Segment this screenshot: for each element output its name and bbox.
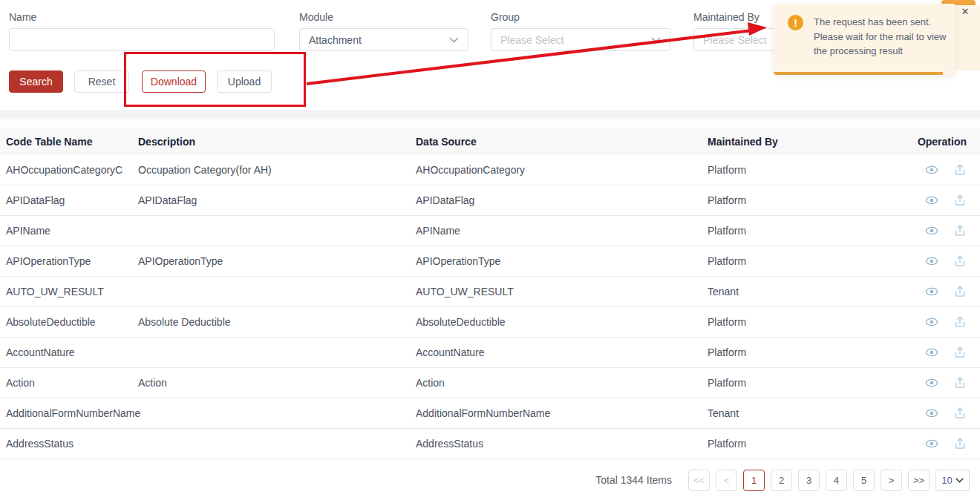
cell-data-source: AccountNature: [416, 346, 708, 358]
col-header-code-table-name: Code Table Name: [6, 136, 138, 148]
view-icon[interactable]: [925, 315, 938, 329]
table-header-row: Code Table Name Description Data Source …: [0, 128, 980, 155]
cell-description: Absolute Deductible: [138, 316, 416, 328]
table-row: APIDataFlag APIDataFlag APIDataFlag Plat…: [0, 185, 980, 216]
cell-code-table-name: Action: [6, 377, 138, 389]
table-body: AHOccupationCategoryC Occupation Categor…: [0, 155, 980, 459]
view-icon[interactable]: [925, 254, 938, 268]
cell-code-table-name: AddressStatus: [6, 438, 138, 450]
cell-maintained-by: Platform: [708, 438, 915, 450]
export-icon[interactable]: [953, 224, 967, 237]
col-header-data-source: Data Source: [416, 136, 708, 148]
cell-data-source: AUTO_UW_RESULT: [416, 286, 708, 297]
cell-data-source: AHOccupationCategory: [416, 164, 708, 176]
cell-code-table-name: AdditionalFormNumberName: [6, 407, 138, 419]
module-select-value: Attachment: [309, 34, 362, 46]
reset-button[interactable]: Reset: [74, 70, 129, 93]
cell-code-table-name: AccountNature: [6, 346, 138, 358]
group-filter-label: Group: [491, 11, 520, 23]
cell-maintained-by: Tenant: [708, 407, 915, 419]
section-divider: [0, 110, 980, 119]
export-icon[interactable]: [953, 163, 967, 177]
cell-data-source: AbsoluteDeductible: [416, 316, 708, 328]
group-select-placeholder: Please Select: [500, 34, 564, 46]
next-page-button[interactable]: >: [881, 470, 902, 491]
page-button-4[interactable]: 4: [826, 470, 847, 491]
view-icon[interactable]: [925, 407, 938, 420]
cell-data-source: APIOperationType: [416, 255, 708, 267]
view-icon[interactable]: [925, 194, 938, 207]
export-icon[interactable]: [953, 376, 967, 389]
cell-description: Action: [138, 377, 416, 389]
cell-code-table-name: AbsoluteDeductible: [6, 316, 138, 328]
view-icon[interactable]: [925, 285, 938, 298]
export-icon[interactable]: [953, 437, 967, 450]
upload-button[interactable]: Upload: [217, 70, 272, 93]
export-icon[interactable]: [953, 407, 967, 420]
view-icon[interactable]: [925, 224, 938, 237]
search-button[interactable]: Search: [9, 70, 63, 93]
page-button-5[interactable]: 5: [853, 470, 875, 491]
cell-maintained-by: Platform: [708, 225, 915, 237]
col-header-maintained-by: Maintained By: [708, 136, 915, 148]
cell-code-table-name: APIName: [6, 225, 138, 237]
cell-maintained-by: Platform: [708, 255, 915, 267]
first-page-button[interactable]: <<: [688, 470, 710, 491]
chevron-down-icon: [956, 478, 964, 483]
cell-code-table-name: AUTO_UW_RESULT: [6, 286, 138, 297]
last-page-button[interactable]: >>: [908, 470, 930, 491]
view-icon[interactable]: [925, 437, 938, 450]
table-row: AHOccupationCategoryC Occupation Categor…: [0, 155, 980, 185]
code-table-page: Name Module Group Maintained By Attachme…: [0, 0, 980, 503]
toast-notification: ! The request has been sent. Please wait…: [774, 4, 956, 75]
download-button[interactable]: Download: [142, 70, 206, 93]
close-icon[interactable]: ✕: [958, 4, 972, 18]
table-row: AdditionalFormNumberName AdditionalFormN…: [0, 398, 980, 429]
module-select[interactable]: Attachment: [299, 28, 468, 51]
page-button-2[interactable]: 2: [771, 470, 792, 491]
total-items-label: Total 1344 Items: [595, 474, 672, 486]
cell-data-source: APIName: [416, 225, 708, 237]
table-row: AbsoluteDeductible Absolute Deductible A…: [0, 307, 980, 338]
export-icon[interactable]: [953, 346, 967, 359]
col-header-description: Description: [138, 136, 416, 148]
page-button-1[interactable]: 1: [743, 470, 765, 491]
export-icon[interactable]: [953, 315, 967, 329]
name-filter-label: Name: [9, 11, 36, 23]
name-input[interactable]: [9, 28, 275, 51]
group-select[interactable]: Please Select: [491, 28, 670, 51]
cell-data-source: AdditionalFormNumberName: [416, 407, 708, 419]
cell-description: Occupation Category(for AH): [138, 164, 416, 176]
table-row: AccountNature AccountNature Platform: [0, 338, 980, 368]
maintained-by-filter-label: Maintained By: [693, 11, 760, 23]
toast-message: The request has been sent. Please wait f…: [814, 15, 949, 59]
page-button-3[interactable]: 3: [798, 470, 820, 491]
export-icon[interactable]: [953, 254, 967, 268]
cell-maintained-by: Platform: [708, 346, 915, 358]
cell-data-source: Action: [416, 377, 708, 389]
page-size-select[interactable]: 10: [935, 470, 970, 491]
chevron-down-icon: [449, 37, 459, 43]
table-row: AUTO_UW_RESULT AUTO_UW_RESULT Tenant: [0, 277, 980, 307]
prev-page-button[interactable]: <: [716, 470, 737, 491]
view-icon[interactable]: [925, 376, 938, 389]
page-number-list: 12345: [743, 470, 875, 491]
cell-maintained-by: Tenant: [708, 286, 915, 297]
cell-code-table-name: AHOccupationCategoryC: [6, 164, 138, 176]
export-icon[interactable]: [953, 194, 967, 207]
col-header-operation: Operation: [915, 136, 967, 148]
pagination-bar: Total 1344 Items << < 12345 > >> 10: [0, 468, 980, 492]
cell-maintained-by: Platform: [708, 194, 915, 206]
code-table: Code Table Name Description Data Source …: [0, 128, 980, 459]
cell-data-source: APIDataFlag: [416, 194, 708, 206]
cell-code-table-name: APIOperationType: [6, 255, 138, 267]
page-size-value: 10: [941, 475, 952, 486]
export-icon[interactable]: [953, 285, 967, 298]
table-row: APIName APIName Platform: [0, 216, 980, 246]
cell-maintained-by: Platform: [708, 377, 915, 389]
table-row: AddressStatus AddressStatus Platform: [0, 429, 980, 459]
cell-description: APIOperationType: [138, 255, 416, 267]
view-icon[interactable]: [925, 346, 938, 359]
view-icon[interactable]: [925, 163, 938, 177]
table-row: Action Action Action Platform: [0, 368, 980, 398]
